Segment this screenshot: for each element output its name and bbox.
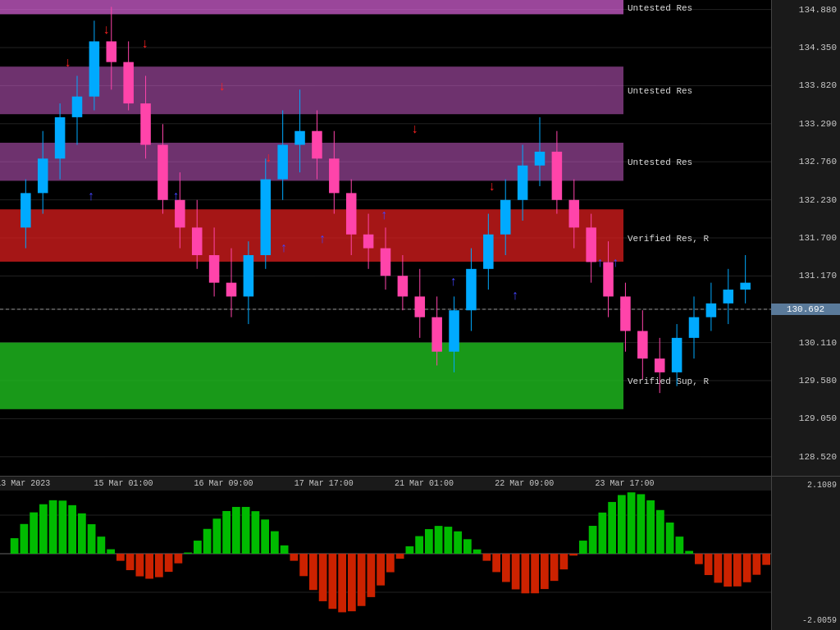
- price-label: 128.520: [799, 452, 837, 462]
- price-label: 133.290: [799, 119, 837, 129]
- x-axis-label: 23 Mar 17:00: [595, 479, 654, 488]
- indicator-top-label: 2.1089: [807, 481, 837, 490]
- indicator-bottom-label: -2.0059: [802, 616, 837, 625]
- main-chart: [0, 0, 771, 476]
- price-label: 133.820: [799, 80, 837, 90]
- indicator-axis: 2.1089-2.0059: [771, 476, 840, 630]
- price-label: 131.170: [799, 271, 837, 281]
- x-axis-label: 17 Mar 17:00: [294, 479, 354, 488]
- x-axis-label: 22 Mar 09:00: [495, 479, 554, 488]
- price-axis: 134.880134.350133.820133.290132.760132.2…: [771, 0, 840, 476]
- x-axis-label: 13 Mar 2023: [0, 479, 50, 488]
- price-label: 134.350: [799, 43, 837, 52]
- indicator-canvas: [0, 477, 771, 630]
- price-label: 131.700: [799, 233, 837, 243]
- price-label: 134.880: [799, 5, 837, 15]
- price-label: 130.110: [799, 338, 837, 348]
- x-axis: 13 Mar 202315 Mar 01:0016 Mar 09:0017 Ma…: [0, 476, 771, 491]
- price-label: 132.230: [799, 195, 837, 205]
- price-label: 129.580: [799, 376, 837, 386]
- x-axis-label: 21 Mar 01:00: [395, 479, 454, 488]
- x-axis-label: 15 Mar 01:00: [94, 479, 153, 488]
- current-price-label: 130.692: [771, 304, 840, 315]
- x-axis-label: 16 Mar 09:00: [194, 479, 253, 488]
- indicator-panel: [0, 476, 771, 630]
- main-canvas[interactable]: [0, 0, 771, 476]
- chart-container: 134.880134.350133.820133.290132.760132.2…: [0, 0, 840, 630]
- price-label: 132.760: [799, 157, 837, 167]
- price-label: 129.050: [799, 413, 837, 423]
